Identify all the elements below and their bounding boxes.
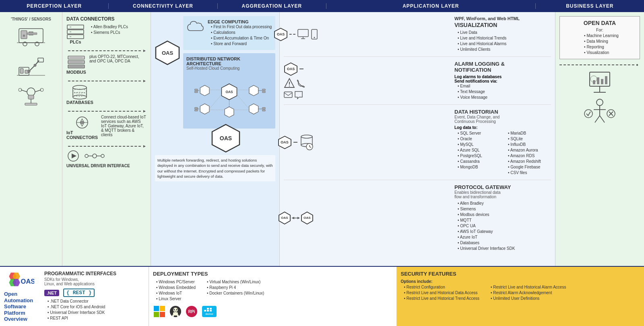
svg-text:OAS: OAS [21, 278, 34, 285]
alarm-icons: OAS [284, 62, 308, 100]
open-data-for: For: [563, 28, 636, 32]
sec-col1-1: Restrict Live and Historical Data Access [404, 290, 479, 296]
edge-list: First In First Out data processing Calcu… [208, 24, 272, 47]
hist-col1-6: MongoDB [458, 164, 501, 170]
od-item-2: Reporting [584, 44, 619, 50]
business-layer-header: BUSINESS LAYER [536, 3, 644, 9]
modbus-label: MODBUS [66, 70, 86, 75]
network-box: DISTRIBUTED NETWORK ARCHITECTURE Self-Ho… [183, 53, 275, 129]
svg-rect-132 [154, 312, 159, 317]
svg-point-51 [85, 154, 88, 158]
connectivity-layer: DATA CONNECTORS PLCs [62, 12, 151, 266]
svg-rect-70 [195, 110, 198, 111]
historian-row: OAS [284, 109, 551, 180]
prog-item-0: .NET Data Connector [47, 299, 144, 304]
gw-item-2: Modbus devices [458, 212, 551, 218]
svg-rect-74 [262, 110, 266, 111]
business-connector: ● [559, 62, 640, 67]
plcs-label: PLCs [70, 39, 81, 44]
oas-central-label: OAS [220, 135, 232, 141]
oas-logo-area: OAS Open Automation Software Platform Ov… [4, 271, 40, 322]
viz-list: Live Data Live and Historical Trends Liv… [454, 30, 551, 52]
svg-point-116 [597, 99, 603, 106]
svg-rect-5 [23, 35, 25, 37]
hist-col2-2: InfluxDB [508, 142, 551, 147]
dep-col2-2: Docker Containers (Win/Linux) [207, 291, 264, 296]
programmatic-sub2: Linux, and Web applications [44, 282, 144, 286]
viz-item-1: Live and Historical Trends [458, 35, 551, 41]
historian-col1: SQL Server Oracle MySQL Azure SQL Postgr… [454, 131, 501, 170]
hist-col2-5: Amazon Redshift [508, 159, 551, 164]
historian-title: DATA HISTORIAN [454, 109, 551, 115]
iot-device-icons [66, 150, 147, 162]
plc-item-1: Siemens PLCs [91, 30, 128, 35]
iot-connector: ► [66, 144, 147, 148]
viz-item-2: Live and Historical Alarms [458, 41, 551, 47]
alarm-item-0: Email [458, 83, 551, 89]
network-description: Multiple network forwarding, redirect, a… [155, 155, 275, 181]
svg-rect-147 [207, 308, 209, 309]
dep-col1-3: Linux Server [156, 296, 196, 302]
svg-text:RPi: RPi [188, 309, 195, 314]
oas-aggregation-label: OAS [162, 50, 173, 56]
historian-log-title: Log data to: [454, 125, 551, 130]
svg-point-121 [584, 110, 592, 118]
plc-item-0: Allen Bradley PLCs [91, 24, 128, 30]
gw-item-4: OPC UA [458, 223, 551, 229]
hist-col1-2: MySQL [458, 142, 501, 147]
bottom-bar: OAS Open Automation Software Platform Ov… [0, 266, 644, 326]
business-layer: OPEN DATA For: Machine Learning Data Min… [555, 12, 644, 266]
svg-rect-25 [25, 103, 37, 105]
sensor-robot [17, 53, 45, 77]
linux-icon [169, 305, 182, 318]
alarm-notify-title: Send notifications via: [454, 79, 551, 83]
gateway-sub1: Enables bidirectional data [454, 190, 551, 195]
gateway-icons: OAS OAS [284, 212, 308, 224]
viz-platform: WPF, WinForm, and Web HTML [454, 16, 551, 21]
edge-item-3: Store and Forward [211, 41, 272, 47]
perception-layer-header: PERCEPTION LAYER [0, 3, 109, 9]
connectivity-layer-header: CONNECTIVITY LAYER [109, 3, 217, 9]
historian-col2: MariaDB SQLite InfluxDB Amazon Aurora Am… [505, 131, 551, 176]
svg-text:docker: docker [205, 313, 213, 315]
security-options: Options include: [401, 279, 640, 284]
security-col2: Restrict Live and Historical Alarm Acces… [487, 284, 566, 301]
decision-icon [559, 98, 640, 126]
alarm-list: Email Text Message Voice Message [454, 83, 551, 100]
svg-rect-148 [210, 308, 212, 309]
perception-layer: 'THINGS' / SENSORS [0, 12, 62, 266]
svg-marker-50 [72, 154, 76, 158]
edge-item-1: Calculations [211, 30, 272, 35]
distributed-title: DISTRIBUTED NETWORK ARCHITECTURE [186, 56, 272, 66]
svg-rect-85 [298, 29, 308, 37]
plc-connector: ► [66, 48, 147, 53]
edge-title: EDGE COMPUTING [208, 19, 272, 24]
hist-col1-4: PostgreSQL [458, 153, 501, 159]
svg-point-89 [314, 37, 315, 38]
chart-icon [559, 70, 640, 94]
gw-item-5: AWS IoT Gateway [458, 229, 551, 235]
prog-item-2: Universal Driver Interface SDK [47, 310, 144, 316]
deployment-col2: Virtual Machines (Win/Linux) Raspberry P… [204, 279, 264, 296]
sec-col2-1: Restrict Alarm Acknowledgement [491, 290, 566, 296]
gw-item-0: Allen Bradley [458, 201, 551, 206]
open-data-title: OPEN DATA [563, 20, 636, 26]
svg-rect-73 [262, 108, 266, 109]
dep-col1-1: Windows Embedded [156, 285, 196, 291]
svg-rect-61 [195, 89, 198, 91]
databases-section: DATABASES [66, 85, 147, 105]
svg-point-53 [93, 154, 97, 158]
svg-marker-71 [249, 104, 258, 114]
svg-line-119 [595, 116, 600, 123]
plcs-list: Allen Bradley PLCs Siemens PLCs [88, 24, 128, 35]
visualization-icons: OAS [284, 27, 308, 42]
main-content: 'THINGS' / SENSORS [0, 12, 644, 266]
gateway-title: PROTOCOL GATEWAY [454, 184, 551, 190]
svg-rect-9 [20, 69, 23, 73]
svg-point-135 [173, 307, 178, 312]
svg-rect-62 [195, 91, 198, 93]
hist-col2-4: Amazon RDS [508, 153, 551, 159]
iot-section: IoT CONNECTORS Connect cloud-based IoT s… [66, 115, 147, 140]
programmatic-title: PROGRAMMATIC INTERFACES [44, 271, 144, 276]
perception-title: 'THINGS' / SENSORS [11, 17, 51, 21]
